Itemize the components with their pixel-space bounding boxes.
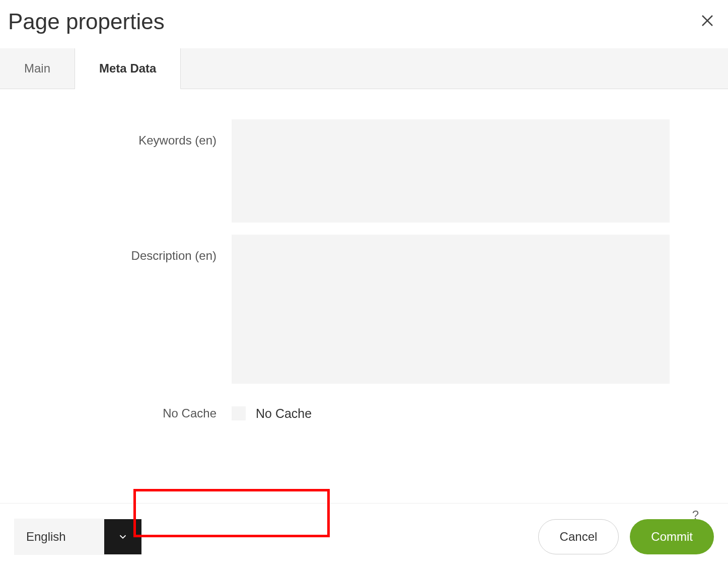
tab-meta-data[interactable]: Meta Data (75, 48, 181, 89)
help-button[interactable]: ? (692, 508, 699, 522)
commit-button[interactable]: Commit (630, 519, 714, 554)
no-cache-group: No Cache (232, 396, 312, 431)
language-selected: English (14, 519, 104, 555)
dialog-title: Page properties (8, 9, 165, 34)
close-icon (700, 13, 715, 28)
form-content: Keywords (en) Description (en) No Cache … (0, 89, 728, 503)
page-properties-dialog: Page properties Main Meta Data Keywords … (0, 0, 728, 570)
dialog-header: Page properties (0, 0, 728, 48)
no-cache-row: No Cache No Cache (20, 396, 708, 431)
dialog-footer: English Cancel Commit (0, 503, 728, 570)
cancel-button[interactable]: Cancel (538, 519, 619, 554)
no-cache-label: No Cache (20, 396, 232, 431)
language-dropdown-button[interactable] (104, 519, 141, 554)
close-button[interactable] (698, 11, 717, 33)
keywords-input-wrap (232, 119, 670, 225)
tab-main[interactable]: Main (0, 48, 75, 89)
language-selector: English (14, 519, 141, 555)
chevron-down-icon (117, 531, 128, 542)
keywords-label: Keywords (en) (20, 119, 232, 225)
no-cache-checkbox-label: No Cache (256, 406, 312, 421)
description-input[interactable] (232, 235, 670, 384)
description-input-wrap (232, 235, 670, 386)
footer-actions: Cancel Commit (538, 519, 714, 554)
keywords-input[interactable] (232, 119, 670, 223)
no-cache-checkbox[interactable] (232, 406, 246, 420)
keywords-row: Keywords (en) (20, 119, 708, 225)
description-row: Description (en) (20, 235, 708, 386)
tab-bar: Main Meta Data (0, 48, 728, 89)
description-label: Description (en) (20, 235, 232, 386)
